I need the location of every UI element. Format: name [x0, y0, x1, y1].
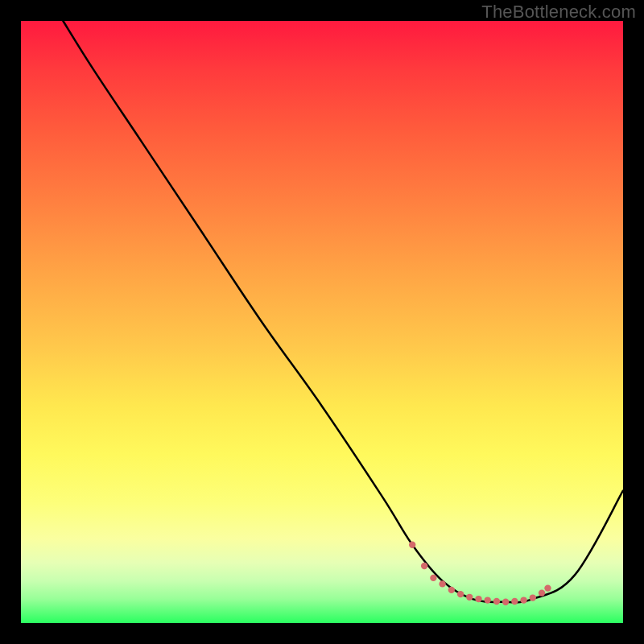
optimal-marker — [493, 598, 500, 605]
optimal-marker — [530, 594, 536, 601]
optimal-marker — [409, 542, 415, 548]
optimal-marker — [502, 599, 509, 605]
chart-plot-area — [21, 21, 623, 623]
optimal-marker — [457, 591, 464, 597]
optimal-marker — [466, 594, 473, 601]
optimal-marker — [475, 596, 481, 602]
optimal-marker — [421, 563, 427, 569]
optimal-marker — [439, 580, 445, 587]
optimal-range-marker-group — [409, 542, 551, 605]
optimal-marker — [544, 584, 551, 591]
watermark-label: TheBottleneck.com — [481, 2, 636, 23]
optimal-marker — [520, 597, 526, 603]
optimal-marker — [511, 598, 518, 605]
optimal-marker — [430, 575, 436, 581]
bottleneck-curve-path — [63, 21, 623, 602]
bottleneck-chart — [21, 21, 623, 623]
optimal-marker — [485, 597, 491, 603]
optimal-marker — [539, 589, 545, 596]
optimal-marker — [448, 587, 455, 593]
